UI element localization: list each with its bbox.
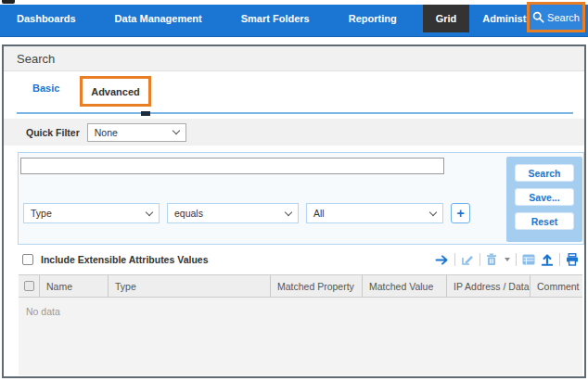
value-select[interactable]: All — [306, 203, 443, 223]
quick-filter-select[interactable]: None — [87, 123, 186, 142]
chevron-down-icon — [173, 127, 180, 134]
tab-advanced[interactable]: Advanced — [91, 86, 140, 97]
search-button[interactable]: Search — [515, 164, 574, 182]
include-ea-label: Include Extensible Attributes Values — [41, 254, 209, 265]
tab-basic[interactable]: Basic — [32, 83, 59, 94]
upload-icon[interactable] — [541, 253, 554, 266]
tabs-row: Basic Advanced — [4, 71, 584, 114]
toolbar-separator — [454, 253, 455, 266]
quick-filter-value: None — [95, 127, 118, 138]
columns-icon[interactable] — [522, 254, 535, 265]
top-nav-bar: Dashboards Data Management Smart Folders… — [0, 5, 588, 37]
quick-filter-label: Quick Filter — [26, 127, 80, 138]
toolbar-separator — [559, 253, 560, 266]
toolbar-separator — [516, 253, 517, 266]
search-panel: Search Basic Advanced Quick Filter None … — [2, 44, 586, 378]
select-all-cell — [19, 275, 39, 297]
table-body: No data — [19, 298, 582, 375]
page-title: Search — [17, 52, 55, 66]
tabs-underline — [17, 112, 573, 114]
column-header-ip-address-data[interactable]: IP Address / Data — [446, 275, 530, 297]
reset-button[interactable]: Reset — [515, 212, 574, 230]
quick-filter-bar: Quick Filter None — [4, 119, 584, 146]
nav-search-button[interactable]: Search — [527, 2, 585, 32]
nav-item-dashboards[interactable]: Dashboards — [4, 5, 89, 32]
actions-panel: Search Save... Reset — [506, 157, 582, 242]
active-tab-notch — [141, 111, 150, 116]
field-select[interactable]: Type — [23, 203, 160, 223]
column-header-matched-value[interactable]: Matched Value — [362, 275, 446, 297]
include-ea-checkbox[interactable] — [22, 254, 33, 265]
save-button[interactable]: Save... — [515, 188, 574, 206]
nav-item-data-management[interactable]: Data Management — [102, 5, 215, 32]
results-toolbar — [435, 253, 579, 266]
filter-builder-panel: Type equals All + Search Save... Reset — [18, 152, 584, 245]
chevron-down-icon — [429, 208, 437, 215]
screenshot-artifact — [2, 0, 15, 4]
delete-caret-icon[interactable] — [505, 258, 510, 261]
operator-value: equals — [174, 208, 203, 219]
column-header-type[interactable]: Type — [108, 275, 270, 297]
select-all-checkbox[interactable] — [24, 281, 34, 291]
go-arrow-icon[interactable] — [435, 254, 449, 266]
results-table: Name Type Matched Property Matched Value… — [19, 274, 582, 375]
search-query-input[interactable] — [20, 158, 444, 174]
print-icon[interactable] — [566, 253, 579, 266]
column-header-comment[interactable]: Comment — [530, 275, 582, 297]
empty-state-text: No data — [19, 298, 582, 317]
toolbar-separator — [479, 253, 480, 266]
search-icon — [532, 11, 544, 23]
column-header-matched-property[interactable]: Matched Property — [270, 275, 362, 297]
field-value: Type — [31, 208, 52, 219]
value-value: All — [313, 208, 325, 219]
include-ea-row: Include Extensible Attributes Values — [4, 245, 584, 274]
nav-item-grid[interactable]: Grid — [423, 5, 470, 32]
delete-icon[interactable] — [486, 253, 497, 266]
advanced-annotation-box: Advanced — [80, 76, 151, 107]
nav-item-reporting[interactable]: Reporting — [336, 5, 410, 32]
nav-search-label: Search — [547, 12, 580, 23]
column-header-name[interactable]: Name — [39, 275, 108, 297]
chevron-down-icon — [285, 208, 292, 215]
operator-select[interactable]: equals — [167, 203, 299, 223]
page-header: Search — [4, 46, 584, 71]
condition-row: Type equals All + — [23, 203, 470, 223]
add-condition-button[interactable]: + — [451, 203, 470, 223]
table-header-row: Name Type Matched Property Matched Value… — [19, 274, 582, 298]
chevron-down-icon — [146, 208, 153, 215]
edit-icon[interactable] — [461, 253, 474, 266]
nav-item-smart-folders[interactable]: Smart Folders — [228, 5, 323, 32]
